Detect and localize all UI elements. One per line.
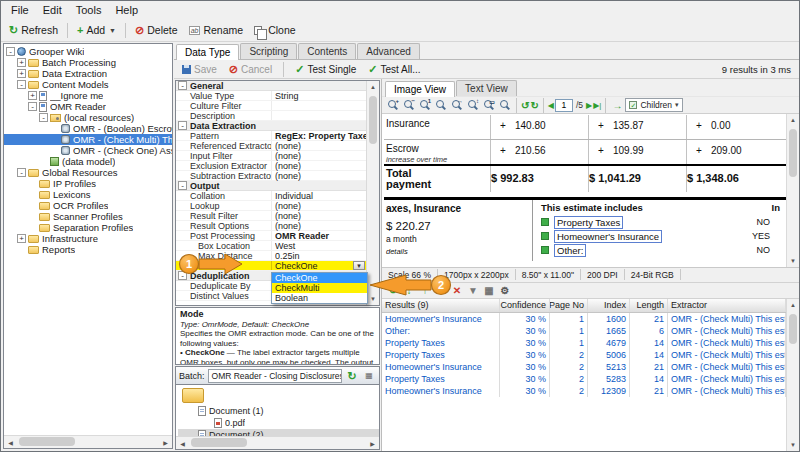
- result-row[interactable]: Homeowner's Insurance30 %21230921OMR - (…: [382, 385, 786, 397]
- property-row[interactable]: Mode CheckOne ▼: [176, 261, 366, 271]
- expander-icon[interactable]: +: [17, 58, 26, 67]
- image-viewer[interactable]: Insurance + 140.80 + 135.87 + 0.00 Escro…: [382, 114, 799, 267]
- results-header-cell[interactable]: Confidence: [500, 299, 550, 312]
- save-icon[interactable]: ■: [434, 283, 448, 297]
- property-row[interactable]: Box Location West ▼: [176, 241, 366, 251]
- property-row[interactable]: Max Distance 0.25in ▼: [176, 251, 366, 261]
- expander-icon[interactable]: -: [17, 80, 26, 89]
- result-row[interactable]: Homeowner's Insurance30 %2521321OMR - (C…: [382, 361, 786, 373]
- scroll-up-icon[interactable]: ▲: [787, 299, 799, 311]
- add-button[interactable]: + Add ▼: [72, 22, 121, 38]
- children-combo[interactable]: ✓ Children: [625, 98, 682, 112]
- refresh-icon[interactable]: ↻: [386, 283, 400, 297]
- results-header-cell[interactable]: Extractor: [668, 299, 786, 312]
- expander-icon[interactable]: -: [39, 113, 48, 122]
- refresh-button[interactable]: ↻ Refresh: [4, 22, 63, 38]
- property-value[interactable]: RegEx: Property Taxes|Homeowner ▼: [271, 131, 366, 140]
- dropdown-option[interactable]: CheckOne: [272, 273, 367, 283]
- property-value[interactable]: String ▼: [271, 91, 366, 100]
- columns-icon[interactable]: ▦: [482, 283, 496, 297]
- tab-contents[interactable]: Contents: [298, 43, 356, 59]
- chevron-down-icon[interactable]: ▼: [353, 261, 365, 270]
- expander-icon[interactable]: +: [17, 234, 26, 243]
- property-category-row[interactable]: - Output: [176, 181, 366, 191]
- scroll-thumb[interactable]: [191, 438, 247, 447]
- delete-button[interactable]: ⊘ Delete: [130, 22, 183, 38]
- zoom-out-icon[interactable]: −: [401, 98, 416, 112]
- zoom-height-icon[interactable]: ↕: [465, 98, 480, 112]
- filter-icon[interactable]: ▼: [466, 283, 480, 297]
- batch-horizontal-scrollbar[interactable]: ◀ ▶: [176, 436, 379, 449]
- property-value[interactable]: (none) ▼: [271, 221, 366, 230]
- tree-item[interactable]: OMR - (Check Multi) This estimate includ…: [4, 134, 172, 145]
- menu-edit[interactable]: Edit: [36, 3, 69, 17]
- tree-item[interactable]: (data model): [4, 156, 172, 167]
- rename-button[interactable]: ab Rename: [184, 22, 249, 38]
- batch-tree-item[interactable]: Document (1): [178, 405, 379, 417]
- batch-refresh-button[interactable]: ↻: [345, 369, 359, 383]
- collapse-icon[interactable]: -: [178, 181, 187, 190]
- result-row[interactable]: Property Taxes30 %2500614OMR - (Check Mu…: [382, 349, 786, 361]
- tree-item[interactable]: OMR - (Check One) Assumption: [4, 145, 172, 156]
- property-row[interactable]: Result Filter (none) ▼: [176, 211, 366, 221]
- property-value[interactable]: West ▼: [271, 241, 366, 250]
- clone-button[interactable]: Clone: [249, 22, 300, 38]
- property-row[interactable]: Exclusion Extractor (none) ▼: [176, 161, 366, 171]
- property-row[interactable]: Description ▼: [176, 111, 366, 121]
- tree-item[interactable]: + Data Extraction: [4, 68, 172, 79]
- property-value[interactable]: (none) ▼: [271, 141, 366, 150]
- scroll-left-icon[interactable]: ◀: [176, 437, 189, 449]
- batch-combo[interactable]: OMR Reader - Closing Disclosures: [208, 369, 342, 383]
- property-value[interactable]: (none) ▼: [271, 161, 366, 170]
- zoom-width-icon[interactable]: ↔: [449, 98, 464, 112]
- dropdown-option[interactable]: Boolean: [272, 293, 367, 303]
- collapse-icon[interactable]: -: [178, 81, 187, 90]
- tab-data-type[interactable]: Data Type: [176, 44, 239, 60]
- scroll-thumb[interactable]: [789, 129, 797, 177]
- scroll-track[interactable]: [189, 437, 366, 449]
- property-value[interactable]: (none) ▼: [271, 211, 366, 220]
- expander-icon[interactable]: -: [17, 168, 26, 177]
- results-header-cell[interactable]: Results (9): [382, 299, 500, 312]
- next-page-icon[interactable]: ▶: [586, 101, 592, 110]
- collapse-icon[interactable]: -: [178, 121, 187, 130]
- result-row[interactable]: Property Taxes30 %1467914OMR - (Check Mu…: [382, 337, 786, 349]
- scroll-up-icon[interactable]: ▲: [367, 81, 379, 93]
- scroll-down-icon[interactable]: ▼: [367, 293, 379, 305]
- property-row[interactable]: Lookup (none) ▼: [176, 201, 366, 211]
- property-value[interactable]: ▼: [271, 101, 366, 110]
- rotate-right-icon[interactable]: ↻: [530, 100, 538, 111]
- property-row[interactable]: Pattern RegEx: Property Taxes|Homeowner …: [176, 131, 366, 141]
- results-header-cell[interactable]: Page No: [550, 299, 588, 312]
- property-category-row[interactable]: - Data Extraction: [176, 121, 366, 131]
- property-category-row[interactable]: - General: [176, 81, 366, 91]
- batch-tree-item[interactable]: Document (2): [178, 429, 379, 436]
- scroll-track[interactable]: [17, 436, 159, 448]
- expander-icon[interactable]: +: [28, 91, 37, 100]
- tree-item[interactable]: Scanner Profiles: [4, 211, 172, 222]
- prev-page-icon[interactable]: ◀: [548, 101, 554, 110]
- property-row[interactable]: Value Type String ▼: [176, 91, 366, 101]
- tab-image-view[interactable]: Image View: [385, 81, 455, 97]
- results-header-cell[interactable]: Length: [630, 299, 668, 312]
- tree-item[interactable]: - Grooper Wiki: [4, 46, 172, 57]
- collapse-icon[interactable]: -: [178, 271, 187, 280]
- property-row[interactable]: Culture Filter ▼: [176, 101, 366, 111]
- tree-item[interactable]: + Batch Processing: [4, 57, 172, 68]
- tree-horizontal-scrollbar[interactable]: ◀ ▶: [4, 435, 172, 448]
- tree-item[interactable]: Separation Profiles: [4, 222, 172, 233]
- scroll-down-icon[interactable]: ▼: [787, 439, 799, 451]
- tree-item[interactable]: + __Ignore me: [4, 90, 172, 101]
- scroll-thumb[interactable]: [369, 96, 377, 144]
- delete-icon[interactable]: ✕: [450, 283, 464, 297]
- property-value[interactable]: Individual ▼: [271, 191, 366, 200]
- test-all-button[interactable]: ✓ Test All...: [364, 63, 424, 76]
- tree-item[interactable]: Reports: [4, 244, 172, 255]
- tab-advanced[interactable]: Advanced: [357, 43, 419, 59]
- settings-icon[interactable]: ⚙: [498, 283, 512, 297]
- rotate-left-icon[interactable]: ↺: [521, 100, 529, 111]
- menu-tools[interactable]: Tools: [69, 3, 109, 17]
- zoom-in-icon[interactable]: +: [385, 98, 400, 112]
- tree-item[interactable]: OMR - (Boolean) Escrow Account?: [4, 123, 172, 134]
- scroll-right-icon[interactable]: ▶: [366, 437, 379, 449]
